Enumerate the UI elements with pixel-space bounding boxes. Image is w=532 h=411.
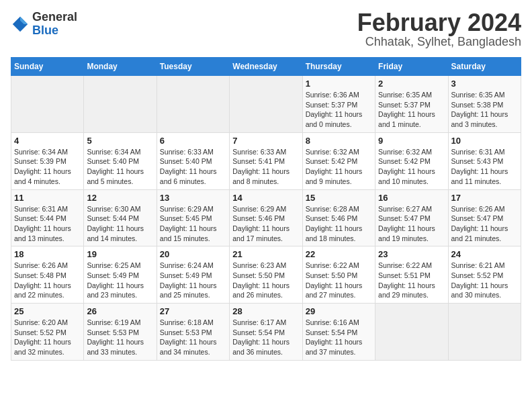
- day-number: 7: [232, 136, 299, 146]
- day-info: Sunrise: 6:31 AMSunset: 5:44 PMDaylight:…: [14, 204, 81, 244]
- day-info: Sunrise: 6:22 AMSunset: 5:50 PMDaylight:…: [306, 261, 372, 300]
- day-info: Sunrise: 6:34 AMSunset: 5:39 PMDaylight:…: [14, 147, 81, 187]
- day-info: Sunrise: 6:34 AMSunset: 5:40 PMDaylight:…: [87, 147, 153, 187]
- table-row: 2Sunrise: 6:35 AMSunset: 5:37 PMDaylight…: [375, 76, 448, 133]
- day-number: 20: [160, 249, 226, 259]
- calendar-week-2: 4Sunrise: 6:34 AMSunset: 5:39 PMDaylight…: [11, 132, 521, 189]
- day-number: 24: [451, 249, 518, 259]
- calendar-table: Sunday Monday Tuesday Wednesday Thursday…: [11, 57, 521, 361]
- day-info: Sunrise: 6:16 AMSunset: 5:54 PMDaylight:…: [306, 318, 372, 357]
- table-row: 11Sunrise: 6:31 AMSunset: 5:44 PMDayligh…: [11, 189, 84, 246]
- calendar-header-row: Sunday Monday Tuesday Wednesday Thursday…: [11, 58, 521, 76]
- day-number: 23: [378, 249, 445, 259]
- table-row: 12Sunrise: 6:30 AMSunset: 5:44 PMDayligh…: [84, 189, 157, 246]
- day-info: Sunrise: 6:33 AMSunset: 5:40 PMDaylight:…: [160, 147, 226, 187]
- day-number: 11: [14, 193, 81, 203]
- table-row: [157, 76, 229, 133]
- day-info: Sunrise: 6:25 AMSunset: 5:49 PMDaylight:…: [87, 261, 153, 300]
- day-info: Sunrise: 6:18 AMSunset: 5:53 PMDaylight:…: [160, 318, 226, 357]
- day-info: Sunrise: 6:36 AMSunset: 5:37 PMDaylight:…: [306, 90, 372, 130]
- day-number: 25: [14, 306, 81, 316]
- logo-text: General Blue: [32, 11, 77, 38]
- day-info: Sunrise: 6:20 AMSunset: 5:52 PMDaylight:…: [14, 318, 81, 357]
- day-number: 13: [160, 193, 226, 203]
- table-row: 16Sunrise: 6:27 AMSunset: 5:47 PMDayligh…: [375, 189, 448, 246]
- day-info: Sunrise: 6:17 AMSunset: 5:54 PMDaylight:…: [232, 318, 299, 357]
- table-row: 19Sunrise: 6:25 AMSunset: 5:49 PMDayligh…: [84, 246, 157, 304]
- day-info: Sunrise: 6:26 AMSunset: 5:47 PMDaylight:…: [451, 204, 518, 244]
- table-row: 20Sunrise: 6:24 AMSunset: 5:49 PMDayligh…: [157, 246, 229, 304]
- day-number: 21: [232, 249, 299, 259]
- day-number: 4: [14, 136, 81, 146]
- day-number: 5: [87, 136, 153, 146]
- day-number: 19: [87, 249, 153, 259]
- day-info: Sunrise: 6:28 AMSunset: 5:46 PMDaylight:…: [306, 204, 372, 244]
- day-info: Sunrise: 6:32 AMSunset: 5:42 PMDaylight:…: [378, 147, 445, 187]
- day-number: 3: [451, 79, 518, 89]
- table-row: 18Sunrise: 6:26 AMSunset: 5:48 PMDayligh…: [11, 246, 84, 304]
- day-number: 6: [160, 136, 226, 146]
- day-info: Sunrise: 6:24 AMSunset: 5:49 PMDaylight:…: [160, 261, 226, 300]
- table-row: 3Sunrise: 6:35 AMSunset: 5:38 PMDaylight…: [448, 76, 521, 133]
- calendar-subtitle: Chhatak, Sylhet, Bangladesh: [357, 35, 521, 49]
- day-number: 1: [306, 79, 372, 89]
- table-row: 23Sunrise: 6:22 AMSunset: 5:51 PMDayligh…: [375, 246, 448, 304]
- table-row: 21Sunrise: 6:23 AMSunset: 5:50 PMDayligh…: [230, 246, 302, 304]
- day-number: 18: [14, 249, 81, 259]
- day-number: 9: [378, 136, 445, 146]
- day-info: Sunrise: 6:26 AMSunset: 5:48 PMDaylight:…: [14, 261, 81, 300]
- day-number: 16: [378, 193, 445, 203]
- day-number: 8: [306, 136, 372, 146]
- day-number: 14: [232, 193, 299, 203]
- day-info: Sunrise: 6:23 AMSunset: 5:50 PMDaylight:…: [232, 261, 299, 300]
- logo-icon: [11, 15, 30, 34]
- logo-general: General: [32, 10, 77, 24]
- day-info: Sunrise: 6:30 AMSunset: 5:44 PMDaylight:…: [87, 204, 153, 244]
- table-row: 1Sunrise: 6:36 AMSunset: 5:37 PMDaylight…: [302, 76, 375, 133]
- table-row: 9Sunrise: 6:32 AMSunset: 5:42 PMDaylight…: [375, 132, 448, 189]
- table-row: 15Sunrise: 6:28 AMSunset: 5:46 PMDayligh…: [302, 189, 375, 246]
- day-info: Sunrise: 6:35 AMSunset: 5:37 PMDaylight:…: [378, 90, 445, 130]
- table-row: 28Sunrise: 6:17 AMSunset: 5:54 PMDayligh…: [230, 304, 302, 361]
- day-info: Sunrise: 6:19 AMSunset: 5:53 PMDaylight:…: [87, 318, 153, 357]
- header-saturday: Saturday: [448, 58, 521, 76]
- header-monday: Monday: [84, 58, 157, 76]
- header-thursday: Thursday: [302, 58, 375, 76]
- day-info: Sunrise: 6:33 AMSunset: 5:41 PMDaylight:…: [232, 147, 299, 187]
- table-row: 7Sunrise: 6:33 AMSunset: 5:41 PMDaylight…: [230, 132, 302, 189]
- day-number: 26: [87, 306, 153, 316]
- day-info: Sunrise: 6:32 AMSunset: 5:42 PMDaylight:…: [306, 147, 372, 187]
- calendar-week-3: 11Sunrise: 6:31 AMSunset: 5:44 PMDayligh…: [11, 189, 521, 246]
- header-wednesday: Wednesday: [230, 58, 302, 76]
- table-row: 17Sunrise: 6:26 AMSunset: 5:47 PMDayligh…: [448, 189, 521, 246]
- table-row: 27Sunrise: 6:18 AMSunset: 5:53 PMDayligh…: [157, 304, 229, 361]
- table-row: 22Sunrise: 6:22 AMSunset: 5:50 PMDayligh…: [302, 246, 375, 304]
- table-row: 14Sunrise: 6:29 AMSunset: 5:46 PMDayligh…: [230, 189, 302, 246]
- logo: General Blue: [11, 11, 77, 38]
- day-number: 10: [451, 136, 518, 146]
- table-row: 25Sunrise: 6:20 AMSunset: 5:52 PMDayligh…: [11, 304, 84, 361]
- table-row: 6Sunrise: 6:33 AMSunset: 5:40 PMDaylight…: [157, 132, 229, 189]
- table-row: 4Sunrise: 6:34 AMSunset: 5:39 PMDaylight…: [11, 132, 84, 189]
- day-info: Sunrise: 6:29 AMSunset: 5:45 PMDaylight:…: [160, 204, 226, 244]
- title-block: February 2024 Chhatak, Sylhet, Banglades…: [357, 11, 521, 49]
- day-number: 12: [87, 193, 153, 203]
- day-number: 27: [160, 306, 226, 316]
- day-info: Sunrise: 6:21 AMSunset: 5:52 PMDaylight:…: [451, 261, 518, 300]
- logo-blue: Blue: [32, 24, 58, 37]
- header-tuesday: Tuesday: [157, 58, 229, 76]
- day-info: Sunrise: 6:31 AMSunset: 5:43 PMDaylight:…: [451, 147, 518, 187]
- table-row: 26Sunrise: 6:19 AMSunset: 5:53 PMDayligh…: [84, 304, 157, 361]
- header-friday: Friday: [375, 58, 448, 76]
- day-number: 2: [378, 79, 445, 89]
- table-row: 24Sunrise: 6:21 AMSunset: 5:52 PMDayligh…: [448, 246, 521, 304]
- table-row: 29Sunrise: 6:16 AMSunset: 5:54 PMDayligh…: [302, 304, 375, 361]
- table-row: 10Sunrise: 6:31 AMSunset: 5:43 PMDayligh…: [448, 132, 521, 189]
- table-row: 13Sunrise: 6:29 AMSunset: 5:45 PMDayligh…: [157, 189, 229, 246]
- day-number: 17: [451, 193, 518, 203]
- calendar-week-4: 18Sunrise: 6:26 AMSunset: 5:48 PMDayligh…: [11, 246, 521, 304]
- table-row: 5Sunrise: 6:34 AMSunset: 5:40 PMDaylight…: [84, 132, 157, 189]
- calendar-title: February 2024: [357, 11, 521, 35]
- table-row: [375, 304, 448, 361]
- table-row: [84, 76, 157, 133]
